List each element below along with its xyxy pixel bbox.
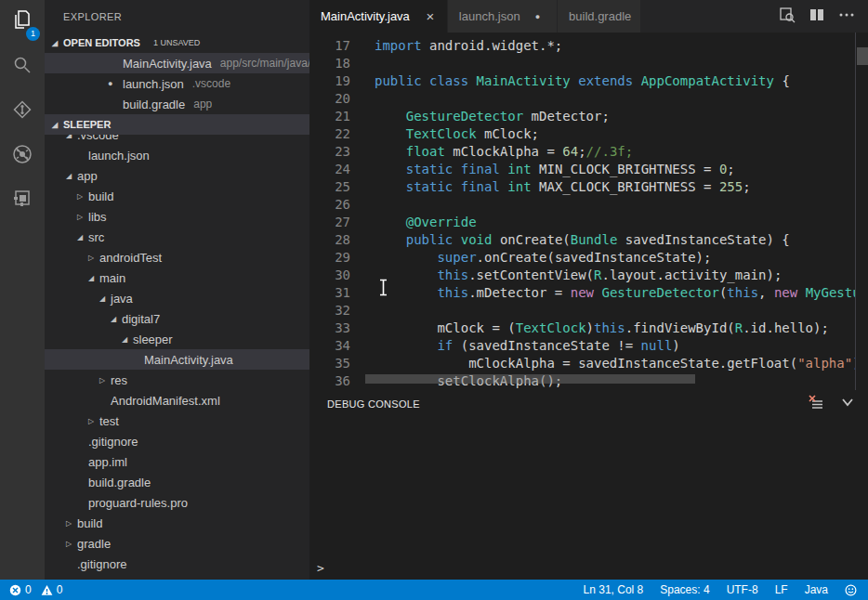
- project-section-header[interactable]: ◢ SLEEPER: [45, 114, 309, 135]
- indentation-status[interactable]: Spaces: 4: [660, 583, 709, 596]
- tree-item-app[interactable]: ◢app: [45, 165, 309, 186]
- more-actions-button[interactable]: [835, 5, 859, 29]
- panel-title[interactable]: DEBUG CONSOLE: [327, 398, 420, 410]
- code-line-20[interactable]: 20: [309, 90, 868, 108]
- tree-item-label: proguard-rules.pro: [88, 496, 188, 510]
- line-number: 33: [309, 320, 350, 337]
- open-editors-header[interactable]: ◢ OPEN EDITORS 1 UNSAVED: [45, 33, 309, 53]
- tree-item-AndroidManifest.xml[interactable]: AndroidManifest.xml: [45, 390, 309, 411]
- file-tree: ◢.vscodelaunch.json◢app▷build▷libs◢src▷a…: [45, 135, 309, 580]
- code-content[interactable]: 17import android.widget.*;1819public cla…: [309, 33, 868, 390]
- code-line-35[interactable]: 35 mClockAlpha = savedInstanceState.getF…: [309, 355, 868, 372]
- vertical-scrollbar[interactable]: [855, 33, 868, 390]
- code-line-23[interactable]: 23 float mClockAlpha = 64;//.3f;: [309, 143, 868, 161]
- tree-item-label: java: [111, 292, 133, 306]
- code-line-19[interactable]: 19public class MainActivity extends AppC…: [309, 72, 868, 90]
- cursor-position-status[interactable]: Ln 31, Col 8: [584, 583, 644, 596]
- clear-console-button[interactable]: [805, 393, 827, 415]
- feedback-smiley-icon[interactable]: [845, 584, 857, 596]
- tree-item-build[interactable]: ▷build: [45, 186, 309, 206]
- sidebar-title: EXPLORER: [45, 0, 309, 33]
- activity-bar: 1: [0, 0, 45, 580]
- line-number: 25: [309, 178, 350, 196]
- code-line-28[interactable]: 28 public void onCreate(Bundle savedInst…: [309, 231, 868, 249]
- tree-item-libs[interactable]: ▷libs: [45, 206, 309, 227]
- code-line-17[interactable]: 17import android.widget.*;: [309, 37, 868, 55]
- tree-item-app.iml[interactable]: app.iml: [45, 451, 309, 472]
- code-editor[interactable]: 17import android.widget.*;1819public cla…: [309, 33, 868, 390]
- panel-header: DEBUG CONSOLE: [309, 390, 868, 418]
- extensions-activity-button[interactable]: [0, 178, 45, 223]
- tree-item-sleeper[interactable]: ◢sleeper: [45, 329, 309, 349]
- tree-item-build[interactable]: ▷build: [45, 513, 309, 533]
- code-line-26[interactable]: 26: [309, 196, 868, 214]
- eol-status[interactable]: LF: [775, 583, 788, 596]
- open-editors-list: MainActivity.javaapp/src/main/java/digit…: [45, 53, 309, 114]
- chevron-expanded-icon: ◢: [111, 315, 122, 323]
- source-control-activity-button[interactable]: [0, 89, 45, 134]
- line-number: 31: [309, 284, 350, 302]
- scrollbar-thumb[interactable]: [857, 47, 868, 65]
- code-line-25[interactable]: 25 static final int MAX_CLOCK_BRIGHTNESS…: [309, 178, 868, 196]
- open-editor-item[interactable]: MainActivity.javaapp/src/main/java/digit…: [45, 53, 309, 73]
- open-files-badge: 1: [26, 27, 40, 41]
- chevron-collapsed-icon: ▷: [88, 254, 99, 262]
- tree-item-digital7[interactable]: ◢digital7: [45, 308, 309, 329]
- open-editor-item[interactable]: build.gradleapp: [45, 94, 309, 114]
- tab-bar: MainActivity.java×launch.json●build.grad…: [309, 0, 868, 33]
- code-line-31[interactable]: 31 this.mDetector = new GestureDetector(…: [309, 284, 868, 302]
- code-line-24[interactable]: 24 static final int MIN_CLOCK_BRIGHTNESS…: [309, 161, 868, 178]
- collapse-panel-button[interactable]: [836, 393, 859, 415]
- explorer-activity-button[interactable]: 1: [0, 0, 45, 45]
- tree-item-.gitignore[interactable]: .gitignore: [45, 431, 309, 451]
- code-line-27[interactable]: 27 @Override: [309, 214, 868, 231]
- open-editor-item[interactable]: ●launch.json.vscode: [45, 73, 309, 94]
- tab-label: launch.json: [459, 9, 520, 23]
- chevron-collapsed-icon: ▷: [77, 192, 88, 201]
- code-line-22[interactable]: 22 TextClock mClock;: [309, 125, 868, 143]
- unsaved-count-badge: 1 UNSAVED: [153, 38, 200, 47]
- chevron-expanded-icon: ◢: [52, 39, 63, 47]
- tree-item-launch.json[interactable]: launch.json: [45, 145, 309, 165]
- horizontal-scrollbar[interactable]: [365, 374, 695, 384]
- problems-status[interactable]: 0 0: [9, 583, 62, 596]
- code-line-33[interactable]: 33 mClock = (TextClock)this.findViewById…: [309, 320, 868, 337]
- console-prompt: >: [317, 561, 324, 575]
- close-tab-icon[interactable]: ×: [423, 8, 438, 24]
- tree-item-MainActivity.java[interactable]: MainActivity.java: [45, 349, 309, 370]
- warning-count: 0: [57, 583, 63, 596]
- debug-activity-button[interactable]: [0, 134, 45, 178]
- code-line-34[interactable]: 34 if (savedInstanceState != null): [309, 337, 868, 355]
- language-mode-status[interactable]: Java: [805, 583, 828, 596]
- code-line-18[interactable]: 18: [309, 55, 868, 72]
- code-line-32[interactable]: 32: [309, 302, 868, 320]
- mouse-ibeam-cursor: [378, 279, 388, 299]
- tab-MainActivity.java[interactable]: MainActivity.java×: [309, 0, 448, 33]
- code-line-30[interactable]: 30 this.setContentView(R.layout.activity…: [309, 267, 868, 284]
- tree-item-build.gradle[interactable]: build.gradle: [45, 472, 309, 492]
- tree-item-main[interactable]: ◢main: [45, 267, 309, 288]
- search-activity-button[interactable]: [0, 45, 45, 89]
- line-number: 23: [309, 143, 350, 161]
- console-input[interactable]: >: [309, 555, 868, 580]
- open-preview-button[interactable]: [775, 5, 799, 29]
- tree-item-java[interactable]: ◢java: [45, 288, 309, 308]
- tree-item-gradle[interactable]: ▷gradle: [45, 533, 309, 554]
- code-line-21[interactable]: 21 GestureDetector mDetector;: [309, 108, 868, 125]
- split-editor-button[interactable]: [805, 5, 829, 29]
- tab-build.gradle[interactable]: build.gradle: [558, 0, 641, 33]
- tree-item-test[interactable]: ▷test: [45, 411, 309, 431]
- tree-item-.vscode[interactable]: ◢.vscode: [45, 135, 309, 145]
- tree-item-proguard-rules.pro[interactable]: proguard-rules.pro: [45, 492, 309, 513]
- encoding-status[interactable]: UTF-8: [727, 583, 758, 596]
- dirty-indicator-icon[interactable]: ●: [535, 12, 540, 21]
- line-number: 27: [309, 214, 350, 231]
- code-line-29[interactable]: 29 super.onCreate(savedInstanceState);: [309, 249, 868, 267]
- tab-launch.json[interactable]: launch.json●: [448, 0, 558, 33]
- tree-item-res[interactable]: ▷res: [45, 370, 309, 390]
- tree-item-androidTest[interactable]: ▷androidTest: [45, 247, 309, 267]
- clear-console-icon: [808, 394, 824, 414]
- more-actions-icon: [837, 6, 856, 28]
- tree-item-.gitignore[interactable]: .gitignore: [45, 554, 309, 574]
- tree-item-src[interactable]: ◢src: [45, 227, 309, 247]
